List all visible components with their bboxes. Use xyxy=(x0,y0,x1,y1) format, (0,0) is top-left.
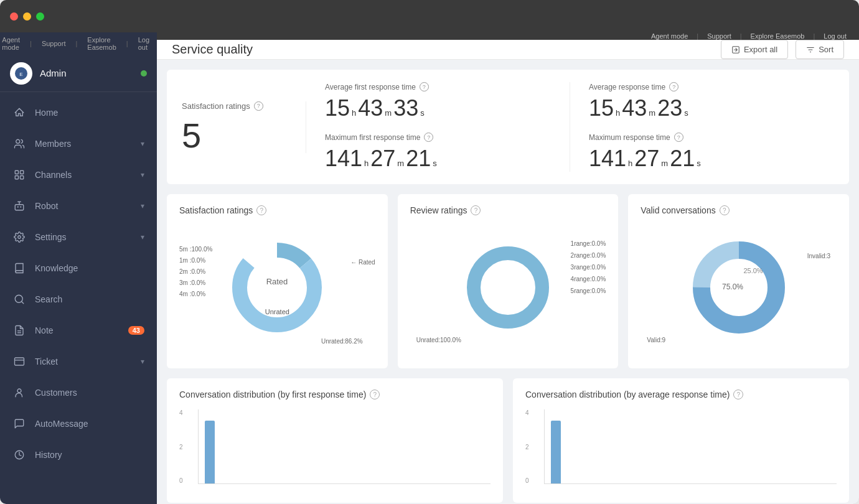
sidebar-item-automessage[interactable]: AutoMessage xyxy=(0,408,157,439)
dist-avg-chart: 4 2 0 xyxy=(525,409,837,484)
page-header: Service quality Export all Sort xyxy=(157,40,859,60)
svg-point-10 xyxy=(18,236,21,239)
unrated-label: Unrated:86.2% xyxy=(321,338,363,345)
customers-icon xyxy=(12,386,26,399)
sidebar-nav: Home Members ▾ Channels ▾ xyxy=(0,92,157,504)
sidebar-item-members[interactable]: Members ▾ xyxy=(0,128,157,159)
traffic-lights xyxy=(10,12,44,21)
sidebar-item-settings[interactable]: Settings ▾ xyxy=(0,222,157,253)
review-chart-card: Review ratings ? 1range:0.0% 2range:0.0%… xyxy=(398,194,619,368)
sidebar-item-robot[interactable]: Robot ▾ xyxy=(0,190,157,222)
dist-first-chart-card: Conversation distribution (by first resp… xyxy=(167,378,503,503)
svg-rect-5 xyxy=(15,176,18,179)
satisfaction-legend-right: ← Rated xyxy=(350,256,375,269)
online-status-indicator xyxy=(141,70,147,77)
dist-avg-help[interactable]: ? xyxy=(733,390,743,399)
bar-item xyxy=(205,421,215,483)
avg-response-help[interactable]: ? xyxy=(669,82,678,91)
agent-mode-link[interactable]: Agent mode xyxy=(2,36,20,51)
sidebar-item-customers[interactable]: Customers xyxy=(0,377,157,408)
review-donut-svg xyxy=(458,238,558,337)
satisfaction-donut-container: 5m :100.0% 1m :0.0% 2m :0.0% 3m :0.0% 4m… xyxy=(179,225,375,350)
response-stats: Average response time ? 15 h 43 m 23 s xyxy=(583,82,834,172)
sidebar-item-channels[interactable]: Channels ▾ xyxy=(0,159,157,190)
svg-rect-7 xyxy=(15,205,24,210)
chevron-down-icon: ▾ xyxy=(141,139,144,148)
minimize-button[interactable] xyxy=(23,12,31,21)
svg-point-24 xyxy=(481,261,535,314)
avg-first-response-row: Average first response time ? 15 h 43 m … xyxy=(325,82,557,121)
logout-link[interactable]: Log out xyxy=(138,36,149,51)
sidebar-item-ticket[interactable]: Ticket ▾ xyxy=(0,346,157,377)
sidebar-home-label: Home xyxy=(35,108,144,118)
channels-icon xyxy=(12,168,26,182)
svg-point-9 xyxy=(20,206,21,207)
max-response-help[interactable]: ? xyxy=(674,133,683,142)
sidebar-members-label: Members xyxy=(35,139,132,149)
sidebar-customers-label: Customers xyxy=(35,388,144,398)
satisfaction-donut-svg: Rated xyxy=(224,235,330,340)
page-title: Service quality xyxy=(172,42,253,57)
sidebar-item-history[interactable]: History xyxy=(0,439,157,470)
sidebar-item-search[interactable]: Search xyxy=(0,284,157,315)
svg-point-16 xyxy=(17,389,21,393)
sort-button[interactable]: Sort xyxy=(796,40,844,59)
review-chart-help[interactable]: ? xyxy=(471,205,481,215)
sidebar-knowledge-label: Knowledge xyxy=(35,263,144,273)
settings-icon xyxy=(12,230,26,244)
satisfaction-chart-card: Satisfaction ratings ? 5m :100.0% 1m :0.… xyxy=(167,194,388,368)
sidebar-robot-label: Robot xyxy=(35,201,132,211)
topnav-bar: Agent mode | Support | Explore Easemob |… xyxy=(157,32,859,40)
history-icon xyxy=(12,448,26,462)
valid-chart-title: Valid conversations ? xyxy=(641,205,837,215)
svg-rect-3 xyxy=(15,170,18,174)
support-link[interactable]: Support xyxy=(42,40,66,47)
main-panel: Agent mode | Support | Explore Easemob |… xyxy=(157,32,859,504)
knowledge-icon xyxy=(12,261,26,275)
note-icon xyxy=(12,324,26,337)
svg-point-8 xyxy=(17,206,19,207)
logout-nav-link[interactable]: Log out xyxy=(824,32,847,40)
sidebar-item-note[interactable]: Note 43 xyxy=(0,315,157,346)
sidebar-ticket-label: Ticket xyxy=(35,357,132,366)
export-all-button[interactable]: Export all xyxy=(721,40,788,59)
ticket-icon xyxy=(12,355,26,368)
satisfaction-help-icon[interactable]: ? xyxy=(254,101,263,111)
stats-card: Satisfaction ratings ? 5 Average first r… xyxy=(167,70,849,184)
valid-legend: Invalid:3 xyxy=(807,250,830,263)
titlebar xyxy=(0,0,859,32)
satisfaction-stat: Satisfaction ratings ? 5 xyxy=(182,101,306,153)
sidebar-item-home[interactable]: Home xyxy=(0,97,157,128)
sidebar-channels-label: Channels xyxy=(35,170,132,180)
explore-link[interactable]: Explore Easemob xyxy=(87,36,116,51)
dist-avg-title: Conversation distribution (by average re… xyxy=(525,390,837,399)
review-unrated-label: Unrated:100.0% xyxy=(416,337,461,343)
sidebar-automessage-label: AutoMessage xyxy=(35,419,144,429)
maximize-button[interactable] xyxy=(36,12,44,21)
close-button[interactable] xyxy=(10,12,18,21)
export-icon xyxy=(731,45,740,54)
review-legend: 1range:0.0% 2range:0.0% 3range:0.0% 4ran… xyxy=(571,238,606,297)
agent-mode-nav-link[interactable]: Agent mode xyxy=(651,32,688,40)
sidebar-search-label: Search xyxy=(35,294,144,304)
max-response-value: 141 h 27 m 21 s xyxy=(589,146,834,172)
svg-rect-6 xyxy=(21,176,24,179)
home-icon xyxy=(12,106,26,119)
satisfaction-chart-help[interactable]: ? xyxy=(256,205,266,215)
y-axis-labels-2: 4 2 0 xyxy=(525,409,529,484)
explore-nav-link[interactable]: Explore Easemob xyxy=(751,32,805,40)
avg-first-response-help[interactable]: ? xyxy=(420,82,429,91)
chevron-down-icon: ▾ xyxy=(141,233,144,241)
charts-row-2: Conversation distribution (by first resp… xyxy=(167,378,849,503)
sidebar-item-knowledge[interactable]: Knowledge xyxy=(0,253,157,284)
dist-first-help[interactable]: ? xyxy=(370,390,380,399)
support-nav-link[interactable]: Support xyxy=(707,32,731,40)
bar-container-2 xyxy=(544,409,837,484)
max-first-response-help[interactable]: ? xyxy=(424,133,433,142)
robot-icon xyxy=(12,199,26,213)
valid-chart-help[interactable]: ? xyxy=(720,205,730,215)
dist-first-title: Conversation distribution (by first resp… xyxy=(179,390,491,399)
chevron-down-icon: ▾ xyxy=(141,170,144,179)
svg-rect-14 xyxy=(15,358,24,365)
sidebar-history-label: History xyxy=(35,450,144,460)
